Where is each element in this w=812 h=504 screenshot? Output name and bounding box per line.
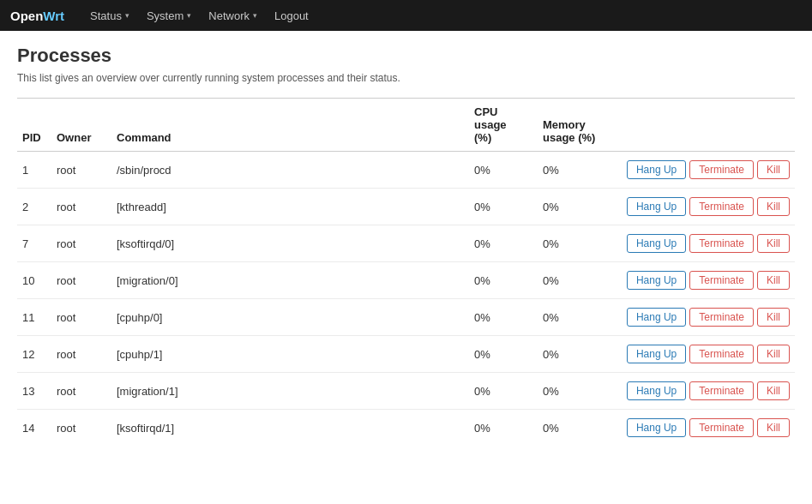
kill-button[interactable]: Kill (757, 197, 790, 216)
hangup-button[interactable]: Hang Up (627, 160, 686, 179)
nav-menu: Status▾System▾Network▾Logout (81, 0, 317, 31)
col-header-command: Command (111, 99, 469, 152)
hangup-button[interactable]: Hang Up (627, 271, 686, 290)
button-group: Hang UpTerminateKill (620, 197, 790, 216)
button-group: Hang UpTerminateKill (620, 381, 790, 400)
cell-cpu: 0% (469, 225, 538, 262)
cell-command: [ksoftirqd/1] (111, 410, 469, 447)
table-row: 11root[cpuhp/0]0%0%Hang UpTerminateKill (17, 299, 795, 336)
cell-actions: Hang UpTerminateKill (615, 225, 795, 262)
cell-mem: 0% (538, 225, 615, 262)
kill-button[interactable]: Kill (757, 381, 790, 400)
cell-command: [ksoftirqd/0] (111, 225, 469, 262)
kill-button[interactable]: Kill (757, 418, 790, 437)
kill-button[interactable]: Kill (757, 308, 790, 327)
cell-pid: 7 (17, 225, 51, 262)
table-row: 10root[migration/0]0%0%Hang UpTerminateK… (17, 262, 795, 299)
cell-cpu: 0% (469, 373, 538, 410)
cell-cpu: 0% (469, 262, 538, 299)
cell-owner: root (51, 225, 111, 262)
cell-actions: Hang UpTerminateKill (615, 336, 795, 373)
table-row: 12root[cpuhp/1]0%0%Hang UpTerminateKill (17, 336, 795, 373)
dropdown-arrow-icon: ▾ (125, 11, 129, 20)
cell-actions: Hang UpTerminateKill (615, 373, 795, 410)
cell-command: /sbin/procd (111, 152, 469, 189)
cell-pid: 1 (17, 152, 51, 189)
cell-cpu: 0% (469, 152, 538, 189)
cell-owner: root (51, 189, 111, 225)
kill-button[interactable]: Kill (757, 234, 790, 253)
cell-command: [cpuhp/0] (111, 299, 469, 336)
cell-command: [migration/1] (111, 373, 469, 410)
dropdown-arrow-icon: ▾ (187, 11, 191, 20)
table-row: 14root[ksoftirqd/1]0%0%Hang UpTerminateK… (17, 410, 795, 447)
cell-actions: Hang UpTerminateKill (615, 299, 795, 336)
button-group: Hang UpTerminateKill (620, 234, 790, 253)
cell-owner: root (51, 336, 111, 373)
table-header-row: PID Owner Command CPUusage(%) Memoryusag… (17, 99, 795, 152)
terminate-button[interactable]: Terminate (689, 308, 754, 327)
button-group: Hang UpTerminateKill (620, 345, 790, 363)
cell-actions: Hang UpTerminateKill (615, 410, 795, 447)
cell-cpu: 0% (469, 336, 538, 373)
table-row: 7root[ksoftirqd/0]0%0%Hang UpTerminateKi… (17, 225, 795, 262)
cell-pid: 12 (17, 336, 51, 373)
cell-owner: root (51, 262, 111, 299)
cell-mem: 0% (538, 189, 615, 225)
nav-item-logout[interactable]: Logout (266, 0, 317, 31)
hangup-button[interactable]: Hang Up (627, 345, 686, 363)
page-title: Processes (17, 45, 795, 67)
kill-button[interactable]: Kill (757, 160, 790, 179)
cell-pid: 2 (17, 189, 51, 225)
terminate-button[interactable]: Terminate (689, 418, 754, 437)
terminate-button[interactable]: Terminate (689, 381, 754, 400)
main-content: Processes This list gives an overview ov… (0, 31, 812, 504)
nav-item-status[interactable]: Status▾ (81, 0, 138, 31)
hangup-button[interactable]: Hang Up (627, 234, 686, 253)
col-header-cpu: CPUusage(%) (469, 99, 538, 152)
button-group: Hang UpTerminateKill (620, 418, 790, 437)
terminate-button[interactable]: Terminate (689, 160, 754, 179)
cell-actions: Hang UpTerminateKill (615, 262, 795, 299)
table-row: 13root[migration/1]0%0%Hang UpTerminateK… (17, 373, 795, 410)
table-row: 2root[kthreadd]0%0%Hang UpTerminateKill (17, 189, 795, 225)
cell-owner: root (51, 299, 111, 336)
terminate-button[interactable]: Terminate (689, 197, 754, 216)
cell-mem: 0% (538, 152, 615, 189)
cell-actions: Hang UpTerminateKill (615, 189, 795, 225)
dropdown-arrow-icon: ▾ (253, 11, 257, 20)
hangup-button[interactable]: Hang Up (627, 197, 686, 216)
nav-item-system[interactable]: System▾ (138, 0, 200, 31)
process-table-body: 1root/sbin/procd0%0%Hang UpTerminateKill… (17, 152, 795, 447)
hangup-button[interactable]: Hang Up (627, 381, 686, 400)
button-group: Hang UpTerminateKill (620, 308, 790, 327)
button-group: Hang UpTerminateKill (620, 160, 790, 179)
terminate-button[interactable]: Terminate (689, 345, 754, 363)
col-header-mem: Memoryusage (%) (538, 99, 615, 152)
col-header-actions (615, 99, 795, 152)
cell-mem: 0% (538, 410, 615, 447)
cell-owner: root (51, 373, 111, 410)
brand-logo: OpenWrt (10, 9, 64, 23)
kill-button[interactable]: Kill (757, 271, 790, 290)
cell-command: [kthreadd] (111, 189, 469, 225)
processes-table: PID Owner Command CPUusage(%) Memoryusag… (17, 98, 795, 446)
nav-item-network[interactable]: Network▾ (200, 0, 266, 31)
cell-cpu: 0% (469, 189, 538, 225)
button-group: Hang UpTerminateKill (620, 271, 790, 290)
cell-cpu: 0% (469, 410, 538, 447)
col-header-pid: PID (17, 99, 51, 152)
page-description: This list gives an overview over current… (17, 72, 795, 84)
cell-owner: root (51, 410, 111, 447)
kill-button[interactable]: Kill (757, 345, 790, 363)
terminate-button[interactable]: Terminate (689, 271, 754, 290)
cell-mem: 0% (538, 373, 615, 410)
cell-actions: Hang UpTerminateKill (615, 152, 795, 189)
hangup-button[interactable]: Hang Up (627, 418, 686, 437)
cell-pid: 13 (17, 373, 51, 410)
cell-cpu: 0% (469, 299, 538, 336)
col-header-owner: Owner (51, 99, 111, 152)
cell-mem: 0% (538, 336, 615, 373)
terminate-button[interactable]: Terminate (689, 234, 754, 253)
hangup-button[interactable]: Hang Up (627, 308, 686, 327)
